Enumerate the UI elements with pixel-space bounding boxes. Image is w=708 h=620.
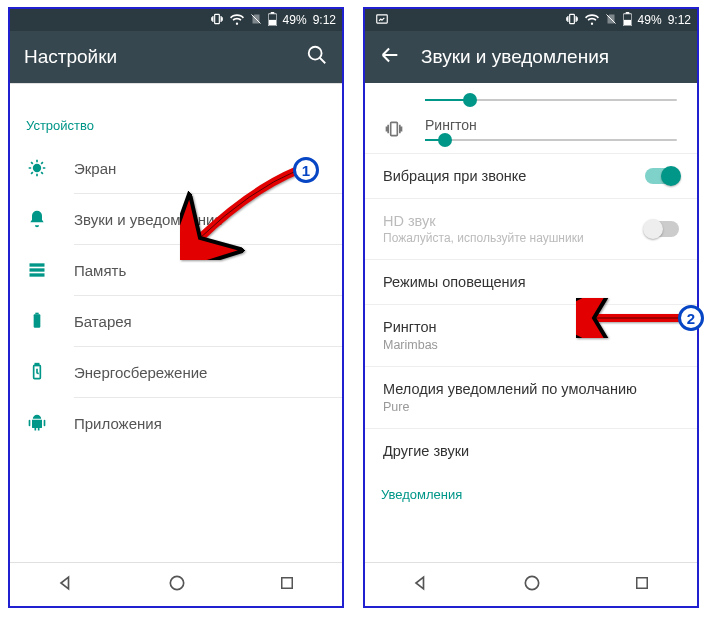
annotation-arrow-1 (180, 160, 310, 260)
nav-back-icon[interactable] (56, 573, 76, 597)
page-title: Звуки и уведомления (421, 46, 683, 68)
slider-alarm-partial: x (365, 83, 697, 107)
svg-rect-16 (569, 14, 574, 23)
battery-icon (623, 12, 632, 29)
wifi-icon (585, 12, 599, 29)
item-apps[interactable]: Приложения (10, 398, 342, 448)
svg-point-21 (525, 576, 538, 589)
row-value: Pure (383, 400, 679, 414)
svg-rect-18 (625, 12, 629, 14)
item-battery[interactable]: Батарея (10, 296, 342, 346)
nav-bar (10, 562, 342, 606)
back-icon[interactable] (379, 44, 401, 70)
slider-label: Рингтон (425, 117, 677, 133)
item-label: Приложения (74, 415, 162, 432)
power-save-icon (26, 361, 48, 383)
nav-recent-icon[interactable] (633, 574, 651, 596)
svg-rect-10 (35, 313, 38, 315)
row-label: Режимы оповещения (383, 274, 679, 290)
svg-rect-7 (30, 268, 45, 271)
no-sim-icon (250, 12, 262, 29)
item-power-save[interactable]: Энергосбережение (10, 347, 342, 397)
svg-rect-9 (34, 314, 41, 327)
status-bar: 49% 9:12 (10, 9, 342, 31)
annotation-badge-1: 1 (293, 157, 319, 183)
row-label: Другие звуки (383, 443, 679, 459)
nav-bar (365, 562, 697, 606)
clock: 9:12 (668, 13, 691, 27)
search-icon[interactable] (306, 44, 328, 70)
row-other-sounds[interactable]: Другие звуки (365, 428, 697, 473)
svg-rect-2 (270, 12, 274, 14)
switch-hd (645, 221, 679, 237)
svg-rect-15 (377, 14, 388, 22)
row-vibrate-on-call[interactable]: Вибрация при звонке (365, 153, 697, 198)
app-bar: Настройки (10, 31, 342, 83)
row-hd-sound: HD звук Пожалуйста, используйте наушники (365, 198, 697, 259)
svg-point-4 (309, 47, 322, 60)
battery-pct: 49% (638, 13, 662, 27)
vibrate-icon (565, 12, 579, 29)
nav-recent-icon[interactable] (278, 574, 296, 596)
slider-ringtone: Рингтон (365, 107, 697, 153)
item-label: Экран (74, 160, 116, 177)
row-label: Вибрация при звонке (383, 168, 645, 184)
vibrate-icon (210, 12, 224, 29)
slider-track[interactable] (425, 139, 677, 141)
status-bar: 49% 9:12 (365, 9, 697, 31)
svg-rect-3 (269, 19, 276, 24)
item-label: Память (74, 262, 126, 279)
section-header-device: Устройство (10, 102, 342, 143)
clock: 9:12 (313, 13, 336, 27)
nav-home-icon[interactable] (167, 573, 187, 597)
content: Устройство Экран Звуки и уведомления Пам… (10, 83, 342, 563)
app-bar: Звуки и уведомления (365, 31, 697, 83)
svg-rect-19 (624, 19, 631, 24)
wifi-icon (230, 12, 244, 29)
no-sim-icon (605, 12, 617, 29)
phone-left: 49% 9:12 Настройки Устройство Экран Звук… (8, 7, 344, 608)
battery-icon (26, 310, 48, 332)
svg-rect-20 (391, 122, 398, 135)
slider-track[interactable] (425, 99, 677, 101)
svg-rect-22 (637, 577, 648, 588)
screenshot-icon (375, 12, 389, 29)
svg-rect-12 (35, 364, 38, 366)
svg-point-13 (170, 576, 183, 589)
bell-icon (26, 208, 48, 230)
display-icon (26, 157, 48, 179)
switch-vibrate[interactable] (645, 168, 679, 184)
svg-rect-0 (214, 14, 219, 23)
item-label: Батарея (74, 313, 132, 330)
svg-point-5 (33, 164, 41, 172)
annotation-badge-2: 2 (678, 305, 704, 331)
row-sub: Пожалуйста, используйте наушники (383, 231, 645, 245)
nav-back-icon[interactable] (411, 573, 431, 597)
android-icon (26, 412, 48, 434)
svg-rect-8 (30, 273, 45, 276)
item-label: Энергосбережение (74, 364, 207, 381)
battery-pct: 49% (283, 13, 307, 27)
svg-rect-14 (282, 577, 293, 588)
page-title: Настройки (24, 46, 306, 68)
vibrate-icon (383, 119, 405, 139)
nav-home-icon[interactable] (522, 573, 542, 597)
section-header-notifications: Уведомления (365, 473, 697, 512)
row-label: HD звук (383, 213, 645, 229)
row-label: Мелодия уведомлений по умолчанию (383, 381, 679, 397)
row-default-notif-sound[interactable]: Мелодия уведомлений по умолчанию Pure (365, 366, 697, 428)
storage-icon (26, 259, 48, 281)
battery-icon (268, 12, 277, 29)
row-value: Marimbas (383, 338, 679, 352)
svg-rect-6 (30, 263, 45, 266)
